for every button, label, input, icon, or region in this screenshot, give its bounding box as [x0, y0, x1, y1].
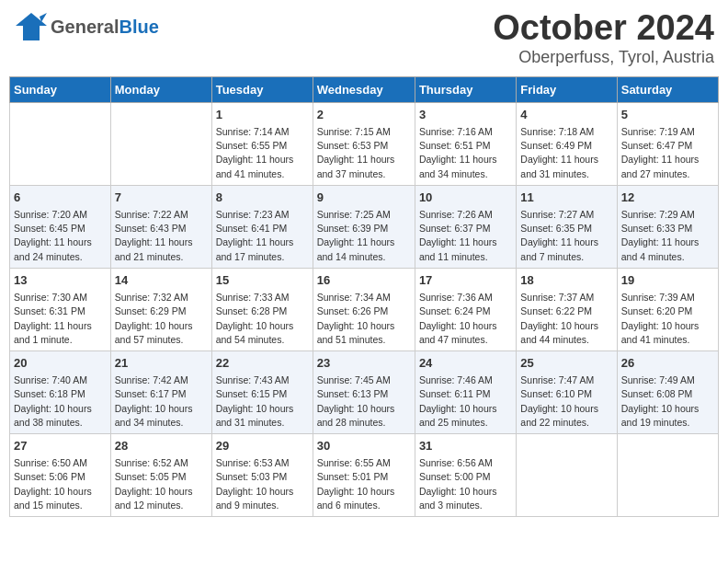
calendar-week-row: 6Sunrise: 7:20 AMSunset: 6:45 PMDaylight…	[10, 185, 719, 268]
page-header: GeneralBlue October 2024 Oberperfuss, Ty…	[9, 9, 719, 67]
day-info: Sunrise: 7:15 AMSunset: 6:53 PMDaylight:…	[317, 125, 411, 181]
calendar-cell: 19Sunrise: 7:39 AMSunset: 6:20 PMDayligh…	[617, 268, 718, 350]
calendar-cell	[110, 102, 211, 185]
day-info: Sunrise: 7:30 AMSunset: 6:31 PMDaylight:…	[14, 291, 107, 347]
day-info: Sunrise: 7:19 AMSunset: 6:47 PMDaylight:…	[621, 125, 714, 181]
day-info: Sunrise: 7:43 AMSunset: 6:15 PMDaylight:…	[216, 373, 309, 430]
calendar-cell: 26Sunrise: 7:49 AMSunset: 6:08 PMDayligh…	[617, 350, 718, 433]
day-info: Sunrise: 7:22 AMSunset: 6:43 PMDaylight:…	[115, 208, 208, 264]
day-number: 24	[419, 355, 512, 372]
calendar-cell: 4Sunrise: 7:18 AMSunset: 6:49 PMDaylight…	[517, 102, 617, 185]
day-number: 30	[317, 438, 411, 454]
calendar-week-row: 13Sunrise: 7:30 AMSunset: 6:31 PMDayligh…	[10, 268, 719, 350]
day-info: Sunrise: 6:55 AMSunset: 5:01 PMDaylight:…	[317, 456, 411, 512]
day-info: Sunrise: 7:39 AMSunset: 6:20 PMDaylight:…	[621, 291, 714, 347]
day-info: Sunrise: 7:40 AMSunset: 6:18 PMDaylight:…	[14, 373, 107, 430]
day-number: 23	[317, 355, 411, 372]
calendar-cell: 13Sunrise: 7:30 AMSunset: 6:31 PMDayligh…	[10, 268, 111, 350]
day-number: 1	[216, 107, 309, 123]
day-info: Sunrise: 7:34 AMSunset: 6:26 PMDaylight:…	[317, 291, 411, 347]
day-number: 6	[14, 190, 107, 206]
calendar-table: SundayMondayTuesdayWednesdayThursdayFrid…	[9, 76, 719, 517]
calendar-title-block: October 2024 Oberperfuss, Tyrol, Austria	[493, 9, 714, 67]
day-info: Sunrise: 7:14 AMSunset: 6:55 PMDaylight:…	[216, 125, 309, 181]
day-header-wednesday: Wednesday	[313, 76, 415, 102]
day-info: Sunrise: 7:18 AMSunset: 6:49 PMDaylight:…	[520, 125, 612, 181]
calendar-cell: 1Sunrise: 7:14 AMSunset: 6:55 PMDaylight…	[211, 102, 313, 185]
location-title: Oberperfuss, Tyrol, Austria	[493, 48, 714, 67]
day-number: 7	[115, 190, 208, 206]
day-info: Sunrise: 7:49 AMSunset: 6:08 PMDaylight:…	[621, 373, 714, 430]
month-title: October 2024	[493, 9, 714, 48]
day-number: 31	[419, 438, 512, 454]
calendar-cell: 2Sunrise: 7:15 AMSunset: 6:53 PMDaylight…	[313, 102, 415, 185]
day-info: Sunrise: 7:33 AMSunset: 6:28 PMDaylight:…	[216, 291, 309, 347]
calendar-cell: 28Sunrise: 6:52 AMSunset: 5:05 PMDayligh…	[110, 434, 211, 517]
calendar-cell: 3Sunrise: 7:16 AMSunset: 6:51 PMDaylight…	[415, 102, 516, 185]
calendar-cell: 29Sunrise: 6:53 AMSunset: 5:03 PMDayligh…	[211, 434, 313, 517]
day-number: 5	[621, 107, 714, 123]
day-number: 21	[115, 355, 208, 372]
calendar-cell: 25Sunrise: 7:47 AMSunset: 6:10 PMDayligh…	[517, 350, 617, 433]
day-info: Sunrise: 7:16 AMSunset: 6:51 PMDaylight:…	[419, 125, 512, 181]
day-number: 28	[115, 438, 208, 454]
day-info: Sunrise: 7:25 AMSunset: 6:39 PMDaylight:…	[317, 208, 411, 264]
day-header-sunday: Sunday	[10, 76, 111, 102]
day-number: 19	[621, 272, 714, 289]
day-number: 25	[520, 355, 612, 372]
day-info: Sunrise: 6:52 AMSunset: 5:05 PMDaylight:…	[115, 456, 208, 512]
day-number: 16	[317, 272, 411, 289]
day-info: Sunrise: 6:56 AMSunset: 5:00 PMDaylight:…	[419, 456, 512, 512]
calendar-cell: 6Sunrise: 7:20 AMSunset: 6:45 PMDaylight…	[10, 185, 111, 268]
day-number: 8	[216, 190, 309, 206]
calendar-cell: 8Sunrise: 7:23 AMSunset: 6:41 PMDaylight…	[211, 185, 313, 268]
calendar-header-row: SundayMondayTuesdayWednesdayThursdayFrid…	[10, 76, 719, 102]
day-number: 11	[520, 190, 612, 206]
logo-bird-icon	[14, 9, 49, 44]
day-info: Sunrise: 7:42 AMSunset: 6:17 PMDaylight:…	[115, 373, 208, 430]
calendar-cell: 21Sunrise: 7:42 AMSunset: 6:17 PMDayligh…	[110, 350, 211, 433]
calendar-week-row: 20Sunrise: 7:40 AMSunset: 6:18 PMDayligh…	[10, 350, 719, 433]
day-header-tuesday: Tuesday	[211, 76, 313, 102]
calendar-cell: 5Sunrise: 7:19 AMSunset: 6:47 PMDaylight…	[617, 102, 718, 185]
day-info: Sunrise: 7:27 AMSunset: 6:35 PMDaylight:…	[520, 208, 612, 264]
day-number: 3	[419, 107, 512, 123]
day-number: 18	[520, 272, 612, 289]
calendar-cell: 30Sunrise: 6:55 AMSunset: 5:01 PMDayligh…	[313, 434, 415, 517]
day-number: 27	[14, 438, 107, 454]
calendar-cell: 15Sunrise: 7:33 AMSunset: 6:28 PMDayligh…	[211, 268, 313, 350]
calendar-cell: 23Sunrise: 7:45 AMSunset: 6:13 PMDayligh…	[313, 350, 415, 433]
day-number: 14	[115, 272, 208, 289]
day-header-thursday: Thursday	[415, 76, 516, 102]
day-info: Sunrise: 7:20 AMSunset: 6:45 PMDaylight:…	[14, 208, 107, 264]
day-info: Sunrise: 6:53 AMSunset: 5:03 PMDaylight:…	[216, 456, 309, 512]
calendar-cell: 20Sunrise: 7:40 AMSunset: 6:18 PMDayligh…	[10, 350, 111, 433]
logo: GeneralBlue	[14, 9, 159, 44]
day-info: Sunrise: 7:47 AMSunset: 6:10 PMDaylight:…	[520, 373, 612, 430]
day-header-friday: Friday	[517, 76, 617, 102]
calendar-cell: 10Sunrise: 7:26 AMSunset: 6:37 PMDayligh…	[415, 185, 516, 268]
day-number: 15	[216, 272, 309, 289]
calendar-cell: 24Sunrise: 7:46 AMSunset: 6:11 PMDayligh…	[415, 350, 516, 433]
day-number: 4	[520, 107, 612, 123]
calendar-cell	[10, 102, 111, 185]
calendar-cell: 14Sunrise: 7:32 AMSunset: 6:29 PMDayligh…	[110, 268, 211, 350]
calendar-cell: 12Sunrise: 7:29 AMSunset: 6:33 PMDayligh…	[617, 185, 718, 268]
calendar-week-row: 1Sunrise: 7:14 AMSunset: 6:55 PMDaylight…	[10, 102, 719, 185]
day-info: Sunrise: 7:29 AMSunset: 6:33 PMDaylight:…	[621, 208, 714, 264]
calendar-cell: 31Sunrise: 6:56 AMSunset: 5:00 PMDayligh…	[415, 434, 516, 517]
day-header-saturday: Saturday	[617, 76, 718, 102]
calendar-cell: 16Sunrise: 7:34 AMSunset: 6:26 PMDayligh…	[313, 268, 415, 350]
day-number: 12	[621, 190, 714, 206]
calendar-cell: 22Sunrise: 7:43 AMSunset: 6:15 PMDayligh…	[211, 350, 313, 433]
day-info: Sunrise: 7:37 AMSunset: 6:22 PMDaylight:…	[520, 291, 612, 347]
calendar-cell	[517, 434, 617, 517]
day-number: 26	[621, 355, 714, 372]
calendar-cell: 9Sunrise: 7:25 AMSunset: 6:39 PMDaylight…	[313, 185, 415, 268]
day-number: 10	[419, 190, 512, 206]
day-number: 29	[216, 438, 309, 454]
calendar-cell: 17Sunrise: 7:36 AMSunset: 6:24 PMDayligh…	[415, 268, 516, 350]
calendar-cell: 7Sunrise: 7:22 AMSunset: 6:43 PMDaylight…	[110, 185, 211, 268]
day-number: 17	[419, 272, 512, 289]
day-number: 9	[317, 190, 411, 206]
